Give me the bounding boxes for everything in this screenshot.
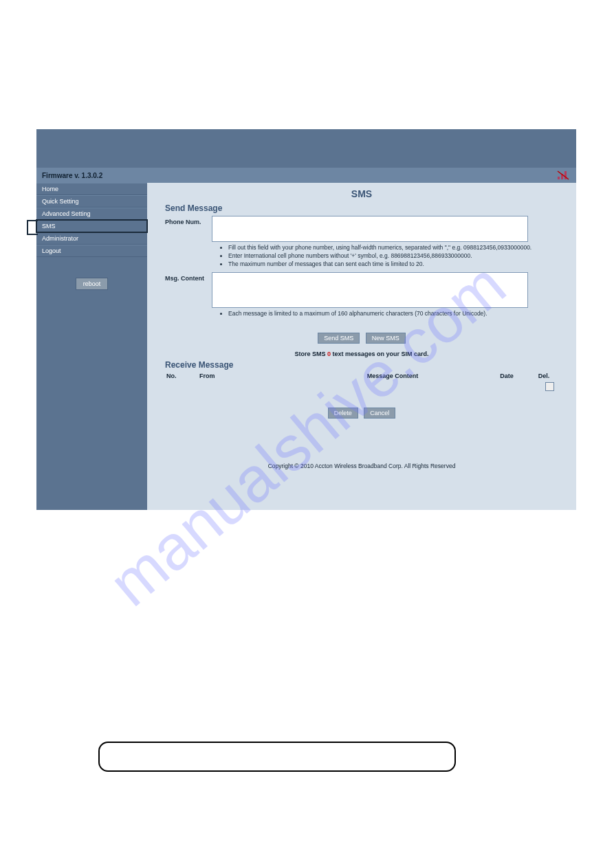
header-band xyxy=(36,129,576,168)
store-prefix: Store SMS xyxy=(294,350,327,357)
firmware-version: Firmware v. 1.3.0.2 xyxy=(42,172,102,179)
footnote-box xyxy=(98,742,456,772)
col-content: Message Content xyxy=(303,372,483,379)
message-content-label: Msg. Content xyxy=(165,272,205,308)
message-content-input[interactable] xyxy=(212,272,528,308)
phone-hint-2: Enter International cell phone numbers w… xyxy=(228,252,558,260)
nav-sms[interactable]: SMS xyxy=(36,220,147,232)
reboot-button[interactable]: reboot xyxy=(76,278,109,290)
message-hints: Each message is limited to a maximum of … xyxy=(219,310,558,318)
phone-hints: Fill out this field with your phone numb… xyxy=(219,244,558,268)
stored-sms-line: Store SMS 0 text messages on your SIM ca… xyxy=(165,350,558,357)
message-hint-1: Each message is limited to a maximum of … xyxy=(228,310,558,318)
nav-home[interactable]: Home xyxy=(36,183,147,195)
phone-hint-3: The maximum number of messages that can … xyxy=(228,260,558,268)
nav-administrator[interactable]: Administrator xyxy=(36,232,147,245)
router-admin-screenshot: Firmware v. 1.3.0.2 Home Quick Setting A… xyxy=(36,129,576,510)
send-sms-button[interactable]: Send SMS xyxy=(318,333,360,344)
cancel-button[interactable]: Cancel xyxy=(364,408,395,419)
delete-button[interactable]: Delete xyxy=(328,408,358,419)
col-from: From xyxy=(199,372,303,379)
nav-logout[interactable]: Logout xyxy=(36,245,147,257)
page-title: SMS xyxy=(165,188,558,199)
nav-menu: Home Quick Setting Advanced Setting SMS … xyxy=(36,183,147,257)
sidebar: Home Quick Setting Advanced Setting SMS … xyxy=(36,183,147,510)
col-no: No. xyxy=(166,372,199,379)
content-pane: SMS Send Message Phone Num. Fill out thi… xyxy=(147,183,576,510)
receive-message-heading: Receive Message xyxy=(165,360,558,370)
select-all-checkbox[interactable] xyxy=(545,382,554,391)
phone-number-label: Phone Num. xyxy=(165,216,205,242)
phone-hint-1: Fill out this field with your phone numb… xyxy=(228,244,558,252)
store-suffix: text messages on your SIM card. xyxy=(331,350,429,357)
send-message-heading: Send Message xyxy=(165,203,558,213)
nav-quick-setting[interactable]: Quick Setting xyxy=(36,195,147,208)
phone-number-input[interactable] xyxy=(212,216,528,242)
new-sms-button[interactable]: New SMS xyxy=(366,333,406,344)
receive-table-body xyxy=(165,379,558,391)
firmware-bar: Firmware v. 1.3.0.2 xyxy=(36,168,576,183)
receive-table-header: No. From Message Content Date Del. xyxy=(165,372,558,379)
copyright-text: Copyright © 2010 Accton Wireless Broadba… xyxy=(165,463,558,469)
nav-advanced-setting[interactable]: Advanced Setting xyxy=(36,208,147,220)
signal-icon xyxy=(557,170,569,180)
col-date: Date xyxy=(483,372,531,379)
col-del: Del. xyxy=(531,372,557,379)
